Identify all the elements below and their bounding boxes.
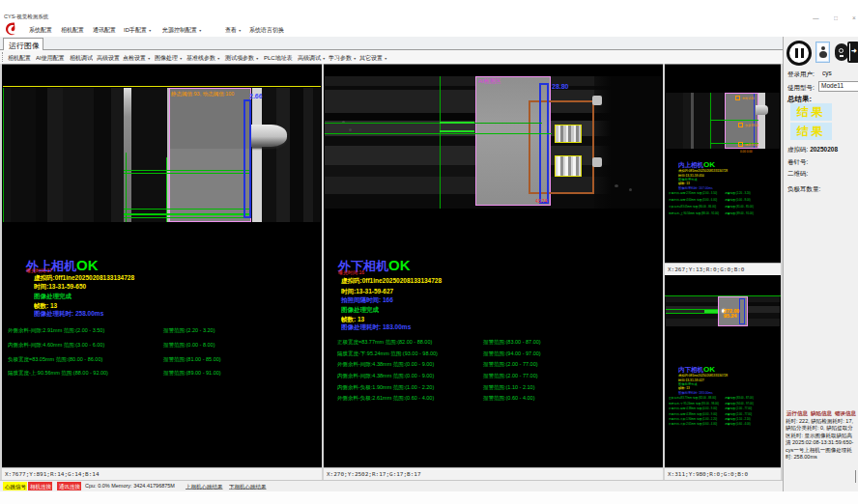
- tab-run-image[interactable]: 运行图像: [3, 38, 43, 50]
- green-line-h2: [325, 133, 552, 134]
- measurement-row: 内侧余料-负极:1.90mm 范围:(1.00 - 2.20)报警范围:(1.1…: [337, 383, 663, 391]
- status-bar: 心跳信号 相机连接 通讯连接 Cpu: 0.0% Memory: 3424.41…: [0, 480, 783, 491]
- settings-button[interactable]: [835, 43, 848, 61]
- model-input[interactable]: Mode11: [818, 81, 858, 92]
- blue-measure-rect: [539, 83, 549, 204]
- menu-light-config[interactable]: 光源控制配置▼: [162, 26, 202, 35]
- app-window: CYS-视觉检测系统 — □ × 系统配置 相机配置 通讯配置 ID手配置▼ 光…: [0, 0, 858, 504]
- virtual-code: 虚拟码:0ff1ine20250208133134728: [34, 273, 134, 282]
- camera-view-lower-inner[interactable]: 272.0095.24 内下相机OK 虚拟码:0ff1ine2025020813…: [665, 275, 781, 467]
- dropdown-arrow-icon: ▼: [385, 57, 387, 61]
- log-tab-error[interactable]: 错误信息: [835, 409, 856, 417]
- menu-view[interactable]: 查看▼: [225, 26, 242, 35]
- exposure-label: 曝光时间:16: [338, 269, 364, 276]
- measurement-row: 隔膜宽度-上:90.56mm 范围:(88.00 - 92.00)报警范围:(8…: [669, 211, 780, 215]
- threshold-label: 静态阈值:93, 动态阈值:100: [171, 90, 234, 98]
- measurement-row: 外侧余料-间隙:4.38mm 范围:(0.00 - 9.00)报警范围:(2.0…: [669, 406, 780, 410]
- tab-strip: 运行图像: [0, 37, 783, 50]
- green-dash2: [440, 130, 474, 132]
- tool-test-params[interactable]: 测试项参数▼: [225, 54, 259, 63]
- dropdown-arrow-icon: ▼: [180, 57, 183, 61]
- green-line-v2: [166, 157, 167, 222]
- camera-view-upper-outer[interactable]: 静态阈值:93, 动态阈值:100 2.66 外上相机OK 曝光时间:17 虚拟…: [2, 64, 322, 467]
- tool-camera-config[interactable]: 相机配置: [8, 54, 31, 63]
- orange-marker-3: [738, 142, 743, 147]
- camera-view-upper-inner[interactable]: 余料:4.60 负极:83.05 隔膜:90.56 0.00 0.00 内上相机…: [665, 64, 781, 263]
- green-line-h1: [710, 120, 758, 121]
- control-panel: ➜ 登录用户: cys 使用型号: Mode11 总结果: 结果 结果 虚拟码:…: [783, 37, 858, 491]
- dropdown-arrow-icon: ▼: [354, 57, 357, 61]
- measurement-row: 外侧余料-间隙:4.38mm 范围:(0.00 - 9.00)报警范围:(2.0…: [337, 360, 663, 368]
- green-line-v: [440, 76, 441, 209]
- cpu-memory-text: Cpu: 0.0% Memory: 3424.41796875M: [85, 483, 175, 489]
- blue-measure-value: 28.80: [552, 82, 569, 90]
- tool-advanced-debug[interactable]: 高级调试▼: [298, 54, 326, 63]
- clip-mark-2: [592, 157, 602, 167]
- settings-icon: [839, 48, 844, 53]
- virtual-code: 虚拟码:0ff1ine20250208133134728: [341, 276, 442, 285]
- blue-measure-value: 2.66: [249, 92, 263, 99]
- menu-camera-config[interactable]: 相机配置: [61, 26, 84, 35]
- title-bar: [0, 12, 858, 21]
- orange-marker-1: [735, 96, 740, 100]
- measurement-row: 外侧余料-间隙:2.91mm 范围:(2.00 - 3.50)报警范围:(2.2…: [669, 191, 780, 195]
- yellow-reference-line: [3, 86, 321, 87]
- camera-image: 静态阈值:93, 动态阈值:100 2.66: [3, 88, 321, 222]
- process-elapsed: 图像处理耗时: 167.00ms: [678, 186, 713, 191]
- exit-button[interactable]: ➜: [847, 42, 858, 63]
- green-line-v: [710, 93, 711, 149]
- window-title: CYS-视觉检测系统: [4, 13, 48, 20]
- orange-marker-label: 隔膜:90.56: [745, 143, 758, 147]
- frame-count: 帧数: 13: [678, 386, 690, 391]
- menu-language-switch[interactable]: 系统语言切换: [249, 26, 284, 35]
- green-line-h1: [325, 123, 542, 124]
- model-label: 使用型号:: [787, 83, 815, 92]
- dropdown-arrow-icon: ▼: [217, 57, 220, 61]
- app-logo-icon: [3, 21, 18, 37]
- tool-plc-address[interactable]: PLC地址表: [264, 54, 293, 63]
- exit-arrow-icon: ➜: [851, 46, 857, 54]
- green-line-h2: [666, 313, 718, 314]
- tab-region-2: [555, 155, 582, 177]
- camera-image: AI检测区 28.80 43.74: [325, 76, 662, 209]
- tool-ai-config[interactable]: AI使用配置: [36, 54, 65, 63]
- green-line-h3: [124, 209, 251, 210]
- log-scrollbar[interactable]: [855, 470, 856, 483]
- camera-connect-badge: 相机连接: [28, 482, 52, 490]
- upper-camera-result[interactable]: 上相机心跳结果: [186, 483, 223, 490]
- green-dash1: [440, 122, 474, 124]
- dropdown-arrow-icon: ▼: [239, 29, 242, 33]
- measurement-row: 外侧余料-负极:2.61mm 范围:(0.60 - 4.00)报警范围:(0.6…: [669, 422, 780, 426]
- user-button[interactable]: [815, 42, 830, 63]
- tool-learn-params[interactable]: 学习参数▼: [329, 54, 357, 63]
- measurement-row: 隔膜宽度-上:90.56mm 范围:(88.00 - 92.00)报警范围:(8…: [8, 369, 322, 377]
- tool-baseline-params[interactable]: 基准线参数▼: [186, 54, 220, 63]
- tool-camera-debug[interactable]: 相机调试: [70, 54, 93, 63]
- white-strip: [758, 93, 765, 149]
- camera-image: 272.0095.24: [666, 296, 780, 326]
- tool-image-process[interactable]: 图像处理▼: [155, 54, 183, 63]
- log-tab-defect[interactable]: 缺陷信息: [811, 409, 832, 417]
- menu-system-config[interactable]: 系统配置: [29, 26, 52, 35]
- tab-region-1: [555, 125, 582, 143]
- speck: [615, 184, 618, 187]
- pixel-coordinate-bar: X:270;Y:2502;R:17;G:17;B:17: [324, 467, 663, 480]
- tool-advanced-settings[interactable]: 高级设置: [97, 54, 120, 63]
- camera-view-lower-outer[interactable]: AI检测区 28.80 43.74 外下相机OK 曝光时间:16 虚拟码:0ff…: [324, 64, 663, 467]
- clip-mark-1: [592, 96, 602, 105]
- measurement-row: 外侧余料-负极:2.61mm 范围:(0.60 - 4.00)报警范围:(0.6…: [337, 394, 663, 402]
- log-tab-run[interactable]: 运行信息: [786, 409, 808, 417]
- lower-camera-result[interactable]: 下相机心跳结果: [229, 483, 267, 490]
- orange-marker-2: [738, 123, 743, 127]
- electrode-region: [169, 88, 251, 222]
- menu-comm-config[interactable]: 通讯配置: [93, 26, 116, 35]
- menu-bar: 系统配置 相机配置 通讯配置 ID手配置▼ 光源控制配置▼ 查看▼ 系统语言切换: [0, 21, 858, 37]
- speck: [629, 188, 632, 191]
- menu-id-config[interactable]: ID手配置▼: [124, 26, 152, 35]
- process-elapsed: 图像处理耗时: 258.00ms: [34, 309, 103, 318]
- pause-button[interactable]: [786, 41, 812, 66]
- tool-spot-check[interactable]: 点检设置▼: [123, 54, 151, 63]
- vcode-label: 虚拟码: 20250208: [787, 145, 838, 154]
- tool-other-settings[interactable]: 其它设置▼: [359, 54, 387, 63]
- virtual-code: 虚拟码:0ff1ine20250208133134728: [678, 374, 728, 378]
